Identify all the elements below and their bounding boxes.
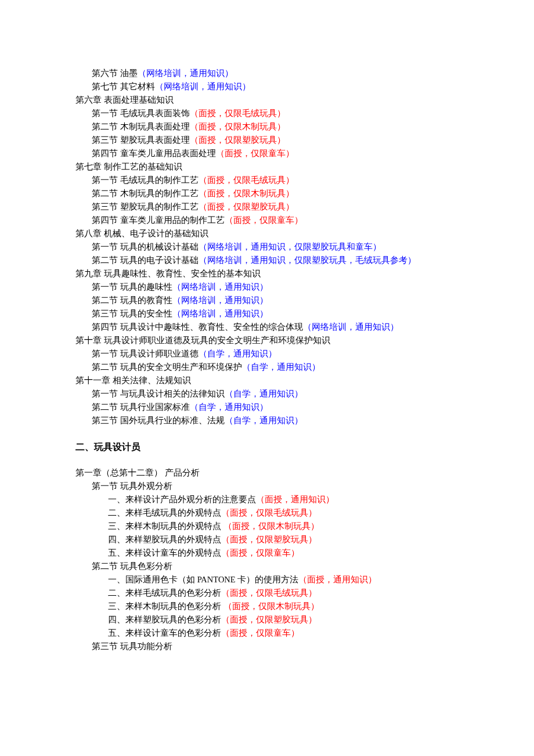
line-note: （面授，仅限木制玩具） bbox=[223, 602, 319, 611]
outline-line: 第一章（总第十二章） 产品分析 bbox=[75, 466, 459, 480]
line-note: （面授，仅限毛绒玩具） bbox=[221, 508, 317, 517]
line-text: 第二节 玩具的电子设计基础 bbox=[92, 255, 199, 265]
line-text: 三、来样木制玩具的外观特点 bbox=[108, 521, 223, 531]
outline-line: 四、来样塑胶玩具的外观特点（面授，仅限塑胶玩具） bbox=[108, 533, 459, 546]
line-note: （面授，仅限毛绒玩具） bbox=[190, 109, 286, 118]
line-text: 第七节 其它材料 bbox=[92, 82, 155, 91]
line-note: （面授，仅限毛绒玩具） bbox=[221, 588, 317, 597]
outline-line: 第二节 木制玩具表面处理（面授，仅限木制玩具） bbox=[92, 120, 459, 134]
outline-line: 第二节 玩具的安全文明生产和环境保护（自学，通用知识） bbox=[92, 361, 459, 374]
line-text: 第二节 木制玩具表面处理 bbox=[92, 122, 190, 131]
outline-line: 二、来样毛绒玩具的外观特点（面授，仅限毛绒玩具） bbox=[108, 506, 459, 520]
outline-line: 第二节 木制玩具的制作工艺（面授，仅限木制玩具） bbox=[92, 187, 459, 200]
outline-line: 第六节 油墨（网络培训，通用知识） bbox=[92, 67, 459, 80]
line-note: （面授，仅限木制玩具） bbox=[199, 189, 294, 198]
outline-line: 四、来样塑胶玩具的色彩分析（面授，仅限塑胶玩具） bbox=[108, 613, 459, 627]
line-note: （面授，通用知识） bbox=[256, 495, 334, 504]
outline-line: 第二节 玩具色彩分析 bbox=[92, 560, 459, 573]
line-note: （网络培训，通用知识，仅限塑胶玩具和童车） bbox=[199, 242, 381, 251]
outline-line: 五、来样设计童车的外观特点（面授，仅限童车） bbox=[108, 546, 459, 560]
line-text: 第三节 塑胶玩具的制作工艺 bbox=[92, 202, 199, 211]
outline-line: 第四节 童车类儿童用品表面处理（面授，仅限童车） bbox=[92, 147, 459, 160]
document-page: { "lines": [ {"cls":"l1","t":"第六节 油墨","n… bbox=[0, 0, 534, 756]
line-text: 第二节 玩具行业国家标准 bbox=[92, 402, 190, 412]
line-text: 第一节 玩具外观分析 bbox=[92, 481, 172, 491]
line-note: （自学，通用知识） bbox=[225, 389, 303, 398]
outline-line: 第六章 表面处理基础知识 bbox=[75, 93, 459, 107]
outline-line: 第三节 国外玩具行业的标准、法规（自学，通用知识） bbox=[92, 414, 459, 427]
outline-line: 第一节 玩具设计师职业道德（自学，通用知识） bbox=[92, 347, 459, 361]
line-note: （面授，仅限毛绒玩具） bbox=[199, 175, 294, 185]
line-text: 五、来样设计童车的色彩分析 bbox=[108, 628, 221, 638]
line-note: （面授，仅限木制玩具） bbox=[223, 521, 319, 531]
line-text: 第十一章 相关法律、法规知识 bbox=[75, 376, 191, 385]
line-text: 第四节 玩具设计中趣味性、教育性、安全性的综合体现 bbox=[92, 322, 303, 332]
line-text: 第八章 机械、电子设计的基础知识 bbox=[75, 229, 208, 238]
line-text: 第一章（总第十二章） 产品分析 bbox=[75, 468, 200, 477]
line-text: 第十章 玩具设计师职业道德及玩具的安全文明生产和环境保护知识 bbox=[75, 336, 330, 345]
outline-line: 第一节 毛绒玩具的制作工艺（面授，仅限毛绒玩具） bbox=[92, 174, 459, 187]
outline-line: 第一节 毛绒玩具表面装饰（面授，仅限毛绒玩具） bbox=[92, 107, 459, 120]
line-note: （网络培训，通用知识） bbox=[172, 296, 268, 305]
line-note: （网络培训，通用知识） bbox=[138, 69, 233, 78]
line-text: 二、来样毛绒玩具的外观特点 bbox=[108, 508, 221, 517]
line-note: （自学，通用知识） bbox=[190, 402, 268, 412]
outline-line: 五、来样设计童车的色彩分析（面授，仅限童车） bbox=[108, 627, 459, 640]
outline-line: 第二节 玩具行业国家标准（自学，通用知识） bbox=[92, 401, 459, 414]
outline-line: 第一节 玩具外观分析 bbox=[92, 480, 459, 493]
line-note: （面授，仅限童车） bbox=[216, 149, 294, 158]
line-text: 四、来样塑胶玩具的外观特点 bbox=[108, 535, 221, 544]
line-text: 第四节 童车类儿童用品表面处理 bbox=[92, 149, 216, 158]
line-text: 第二节 玩具色彩分析 bbox=[92, 561, 172, 571]
outline-line: 第七章 制作工艺的基础知识 bbox=[75, 160, 459, 174]
outline-line: 第二节 玩具的电子设计基础（网络培训，通用知识，仅限塑胶玩具，毛绒玩具参考） bbox=[92, 254, 459, 267]
line-text: 一、国际通用色卡（如 PANTONE 卡）的使用方法 bbox=[108, 575, 298, 584]
line-note: （面授，仅限塑胶玩具） bbox=[221, 615, 317, 624]
line-text: 第三节 塑胶玩具表面处理 bbox=[92, 135, 190, 145]
line-note: （面授，仅限童车） bbox=[221, 548, 300, 557]
line-text: 第一节 毛绒玩具的制作工艺 bbox=[92, 175, 199, 185]
line-note: （网络培训，通用知识） bbox=[155, 82, 251, 91]
line-text: 五、来样设计童车的外观特点 bbox=[108, 548, 221, 557]
line-note: （面授，仅限塑胶玩具） bbox=[190, 135, 286, 145]
line-note: （自学，通用知识） bbox=[199, 349, 277, 358]
line-text: 第一节 玩具的趣味性 bbox=[92, 282, 172, 291]
line-text: 第三节 玩具功能分析 bbox=[92, 642, 172, 651]
line-text: 第一节 玩具的机械设计基础 bbox=[92, 242, 199, 251]
line-text: 第一节 毛绒玩具表面装饰 bbox=[92, 109, 190, 118]
line-text: 第二节 玩具的安全文明生产和环境保护 bbox=[92, 362, 242, 372]
outline-line: 第八章 机械、电子设计的基础知识 bbox=[75, 227, 459, 240]
outline-line: 第三节 塑胶玩具表面处理（面授，仅限塑胶玩具） bbox=[92, 134, 459, 147]
line-note: （网络培训，通用知识） bbox=[303, 322, 399, 332]
outline-line: 三、来样木制玩具的外观特点 （面授，仅限木制玩具） bbox=[108, 520, 459, 533]
outline-line: 第三节 塑胶玩具的制作工艺（面授，仅限塑胶玩具） bbox=[92, 200, 459, 214]
outline-line: 第一节 玩具的趣味性（网络培训，通用知识） bbox=[92, 280, 459, 294]
outline-line: 第四节 童车类儿童用品的制作工艺（面授，仅限童车） bbox=[92, 214, 459, 227]
line-note: （自学，通用知识） bbox=[225, 416, 303, 425]
line-note: （面授，仅限塑胶玩具） bbox=[199, 202, 294, 211]
section-heading-2: 二、玩具设计员 bbox=[75, 440, 459, 453]
line-note: （自学，通用知识） bbox=[242, 362, 320, 372]
line-note: （面授，通用知识） bbox=[298, 575, 377, 584]
line-text: 第七章 制作工艺的基础知识 bbox=[75, 162, 182, 171]
line-note: （网络培训，通用知识，仅限塑胶玩具，毛绒玩具参考） bbox=[199, 255, 416, 265]
outline-line: 第十章 玩具设计师职业道德及玩具的安全文明生产和环境保护知识 bbox=[75, 334, 459, 347]
line-text: 第三节 国外玩具行业的标准、法规 bbox=[92, 416, 225, 425]
outline-line: 第九章 玩具趣味性、教育性、安全性的基本知识 bbox=[75, 267, 459, 280]
line-text: 三、来样木制玩具的色彩分析 bbox=[108, 602, 223, 611]
line-note: （网络培训，通用知识） bbox=[172, 282, 268, 291]
outline-line: 第七节 其它材料（网络培训，通用知识） bbox=[92, 80, 459, 93]
line-text: 第六章 表面处理基础知识 bbox=[75, 95, 174, 105]
line-text: 一、来样设计产品外观分析的注意要点 bbox=[108, 495, 256, 504]
line-text: 第二节 玩具的教育性 bbox=[92, 296, 172, 305]
outline-block-1: 第六节 油墨（网络培训，通用知识）第七节 其它材料（网络培训，通用知识）第六章 … bbox=[75, 67, 459, 427]
line-note: （面授，仅限塑胶玩具） bbox=[221, 535, 317, 544]
outline-line: 第一节 与玩具设计相关的法律知识（自学，通用知识） bbox=[92, 387, 459, 401]
line-text: 第一节 玩具设计师职业道德 bbox=[92, 349, 199, 358]
outline-block-2: 第一章（总第十二章） 产品分析第一节 玩具外观分析一、来样设计产品外观分析的注意… bbox=[75, 466, 459, 653]
outline-line: 第三节 玩具功能分析 bbox=[92, 640, 459, 653]
line-note: （面授，仅限童车） bbox=[225, 215, 303, 225]
line-text: 第四节 童车类儿童用品的制作工艺 bbox=[92, 215, 225, 225]
line-text: 第二节 木制玩具的制作工艺 bbox=[92, 189, 199, 198]
line-note: （面授，仅限童车） bbox=[221, 628, 300, 638]
